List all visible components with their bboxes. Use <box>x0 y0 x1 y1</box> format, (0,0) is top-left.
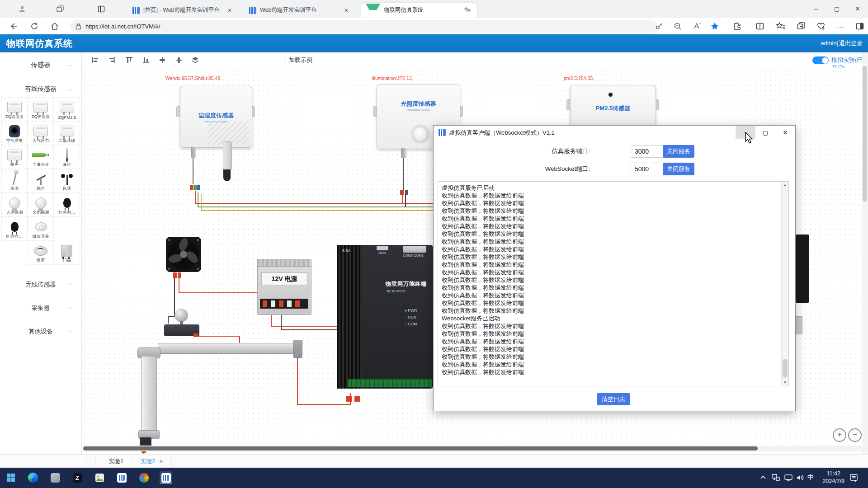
sidebar-panel-icon[interactable] <box>855 22 864 31</box>
sensor-palette-item[interactable]: 红外对… <box>1 217 28 241</box>
tab-close-icon[interactable]: ✕ <box>343 7 350 14</box>
sim-port-stop-button[interactable]: 关闭服务 <box>663 145 694 158</box>
sidebar-group[interactable]: 采集器 ﹀ <box>0 296 81 320</box>
password-key-icon[interactable] <box>655 22 664 31</box>
align-bottom-icon[interactable] <box>142 56 150 64</box>
taskbar-edge-icon[interactable] <box>27 471 39 484</box>
experiment-tab-close-icon[interactable]: ✕ <box>159 459 163 465</box>
log-panel[interactable]: 虚拟仿真服务已启动收到仿真数据，将数据发给前端收到仿真数据，将数据发给前端收到仿… <box>438 181 789 386</box>
window-close-button[interactable]: ✕ <box>847 0 868 17</box>
layers-icon[interactable] <box>191 56 199 64</box>
profile-avatar-icon[interactable] <box>18 5 26 13</box>
taskbar-iot-app-active-icon[interactable] <box>160 471 172 484</box>
sensor-palette-item[interactable]: 门磁 <box>54 241 80 265</box>
sensor-palette-item[interactable]: 土壤水分 <box>28 145 54 169</box>
chevron-down-icon[interactable]: ﹀ <box>67 273 72 296</box>
browser-tab[interactable]: Web前端开发实训平台 ✕ <box>245 3 360 18</box>
sidebar-title[interactable]: 传感器 ︿ <box>0 61 81 69</box>
dialog-titlebar[interactable]: 虚拟仿真客户端（Websocket模式）V1.1 ─ ▢ ✕ <box>434 126 795 139</box>
zoom-out-button[interactable]: − <box>848 428 862 442</box>
align-right-icon[interactable] <box>108 56 116 64</box>
device-fan[interactable] <box>166 237 201 272</box>
add-experiment-button[interactable] <box>86 457 95 466</box>
tab-close-icon[interactable]: ✕ <box>226 7 233 14</box>
sensor-palette-item[interactable]: ZQ光照度 <box>28 97 54 121</box>
distribute-vertical-icon[interactable] <box>175 56 183 64</box>
window-minimize-button[interactable]: ─ <box>806 0 826 17</box>
chevron-up-icon[interactable]: ︿ <box>67 86 72 93</box>
canvas-hscrollbar[interactable] <box>83 446 868 451</box>
sensor-palette-item[interactable]: 人体探测 <box>1 193 28 217</box>
sensor-palette-item[interactable]: 噪声 <box>1 145 28 169</box>
tray-notification-icon[interactable] <box>849 473 859 483</box>
sensor-palette-item[interactable]: 红外对… <box>54 193 80 217</box>
device-temp-humidity-sensor[interactable]: Wendu:95.57,Shidu:85.48, 温湿度传感器 Temp Hum… <box>180 84 252 188</box>
start-button[interactable] <box>5 471 17 484</box>
dialog-maximize-button[interactable]: ▢ <box>755 126 775 139</box>
chevron-up-icon[interactable]: ︿ <box>67 61 72 68</box>
chevron-down-icon[interactable]: ﹀ <box>67 296 72 320</box>
dialog-close-button[interactable]: ✕ <box>775 126 795 139</box>
scroll-down-icon[interactable]: ▼ <box>782 380 788 385</box>
log-scrollbar[interactable]: ▲ ▼ <box>781 182 788 386</box>
lock-icon[interactable] <box>75 23 81 30</box>
load-example-link[interactable]: 加载示例 <box>284 56 312 64</box>
align-left-icon[interactable] <box>91 56 99 64</box>
taskbar-app-gray-icon[interactable] <box>49 471 61 484</box>
browser-tab[interactable]: [首页] - Web前端开发实训平台 ✕ <box>128 3 244 18</box>
window-maximize-button[interactable]: ▢ <box>826 0 847 17</box>
tray-expand-icon[interactable] <box>760 474 767 481</box>
scroll-up-icon[interactable]: ▲ <box>782 183 788 187</box>
new-tab-button[interactable]: + <box>462 5 470 13</box>
tab-actions-icon[interactable] <box>97 5 105 13</box>
read-aloud-icon[interactable] <box>693 22 702 31</box>
taskbar-iot-app-icon[interactable] <box>115 471 128 484</box>
align-top-icon[interactable] <box>125 56 133 64</box>
log-scrollbar-thumb[interactable] <box>783 359 788 378</box>
tray-clock[interactable]: 11:42 2024/7/8 <box>822 470 844 485</box>
sensor-palette-item[interactable]: ZQPM2.5 <box>54 97 80 121</box>
device-iot-gateway[interactable]: 3.5A USB COM0 COM1 物联网万能终端 RL30-NT10 ● P… <box>337 245 433 389</box>
home-icon[interactable] <box>50 22 59 31</box>
sensor-palette-item[interactable]: 大气压力 <box>28 121 54 145</box>
taskbar-colorful-app-icon[interactable] <box>137 471 150 484</box>
sidebar-group-wired[interactable]: 有线传感器 ︿ <box>0 85 81 93</box>
url-field[interactable]: https://iot-ai.net.cn/IOTVM/#/ <box>70 20 657 33</box>
tray-ime-indicator[interactable]: 中 <box>807 473 814 482</box>
url-text[interactable]: https://iot-ai.net.cn/IOTVM/#/ <box>85 23 160 30</box>
taskbar-app-z-icon[interactable]: Z <box>71 471 84 484</box>
vscrollbar-thumb[interactable] <box>863 66 867 202</box>
zoom-out-icon[interactable] <box>673 22 682 31</box>
sensor-palette-item[interactable]: 液位 <box>54 145 80 169</box>
clear-log-button[interactable]: 清空日志 <box>597 393 630 405</box>
favorite-star-icon[interactable] <box>710 22 719 31</box>
add-to-collection-icon[interactable] <box>797 22 806 31</box>
tray-volume-icon[interactable] <box>796 473 805 482</box>
sensor-palette-item[interactable]: 水温 <box>1 169 28 193</box>
sensor-palette-item[interactable]: 空气质量 <box>1 121 28 145</box>
simulation-toggle[interactable] <box>812 56 829 64</box>
distribute-horizontal-icon[interactable] <box>158 56 166 64</box>
page-vscrollbar[interactable] <box>862 52 868 454</box>
websocket-port-input[interactable] <box>631 163 667 175</box>
experiment-tab[interactable]: 实验1 ✕ <box>100 455 132 468</box>
sidebar-group[interactable]: 其他设备 ﹀ <box>0 320 81 343</box>
sensor-palette-item[interactable]: 风速 <box>54 169 80 193</box>
sensor-palette-item[interactable]: 二氧化碳 <box>54 121 80 145</box>
device-fragment-dark[interactable] <box>796 235 809 303</box>
tray-display-icon[interactable] <box>784 473 793 482</box>
tab-stack-icon[interactable] <box>56 5 64 13</box>
browser-essentials-icon[interactable] <box>816 22 826 31</box>
collections-icon[interactable] <box>776 22 785 31</box>
sensor-palette-item[interactable]: 烟雾 <box>28 241 54 265</box>
split-screen-icon[interactable] <box>755 22 764 31</box>
sensor-palette-item[interactable]: 风向 <box>28 169 54 193</box>
sim-port-input[interactable] <box>631 145 667 158</box>
extensions-icon[interactable] <box>733 22 742 31</box>
hscrollbar-thumb[interactable] <box>83 446 758 450</box>
logout-link[interactable]: 退出登录 <box>839 40 863 47</box>
settings-more-icon[interactable]: … <box>836 22 845 31</box>
browser-tab[interactable]: 物联网仿真系统 ✕ <box>361 3 477 18</box>
device-pm25-sensor[interactable]: pm2.5:254.55, PM2.5传感器 <box>570 82 656 131</box>
sensor-palette-item[interactable]: ZQ温湿度 <box>1 97 28 121</box>
